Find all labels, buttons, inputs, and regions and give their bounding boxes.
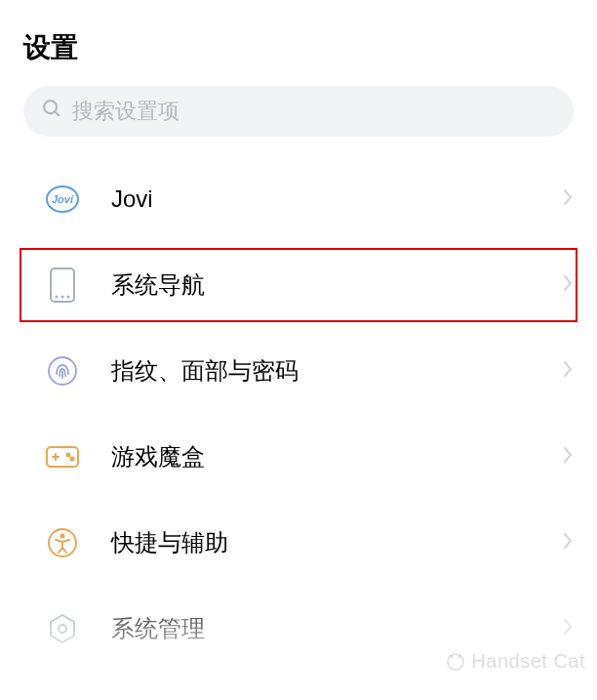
chevron-right-icon [562,273,574,297]
list-item-label: 快捷与辅助 [82,527,562,558]
search-container: 搜索设置项 [0,86,597,150]
search-input[interactable]: 搜索设置项 [23,86,574,137]
list-item-shortcuts-accessibility[interactable]: 快捷与辅助 [0,500,597,586]
svg-point-8 [49,357,76,385]
svg-text:Jovi: Jovi [52,193,74,205]
search-icon [41,98,62,125]
settings-hex-icon [43,609,82,648]
list-item-game-box[interactable]: 游戏魔盒 [0,414,597,500]
chevron-right-icon [562,617,574,640]
chevron-right-icon [562,445,574,469]
chevron-right-icon [562,531,574,555]
svg-point-17 [59,625,66,633]
list-item-system-navigation[interactable]: 系统导航 [0,242,597,328]
list-item-label: 系统管理 [82,613,562,644]
list-item-system-management[interactable]: 系统管理 [0,586,597,672]
chevron-right-icon [562,359,574,383]
svg-marker-16 [51,615,74,642]
list-item-label: Jovi [82,185,562,213]
settings-list: Jovi Jovi 系统导航 [0,150,597,672]
svg-point-12 [67,454,70,457]
accessibility-icon [43,523,82,562]
jovi-icon: Jovi [43,180,82,219]
svg-point-13 [71,458,74,461]
page-title: 设置 [0,0,597,86]
fingerprint-icon [43,351,82,391]
list-item-jovi[interactable]: Jovi Jovi [0,156,597,242]
svg-line-1 [55,111,59,115]
phone-icon [43,266,82,305]
list-item-label: 游戏魔盒 [82,441,562,473]
search-placeholder: 搜索设置项 [72,97,179,126]
list-item-label: 指纹、面部与密码 [82,355,562,387]
list-item-label: 系统导航 [82,269,562,301]
gamepad-icon [43,437,82,476]
list-item-biometrics-password[interactable]: 指纹、面部与密码 [0,328,597,414]
svg-point-15 [60,534,65,539]
chevron-right-icon [562,187,574,211]
